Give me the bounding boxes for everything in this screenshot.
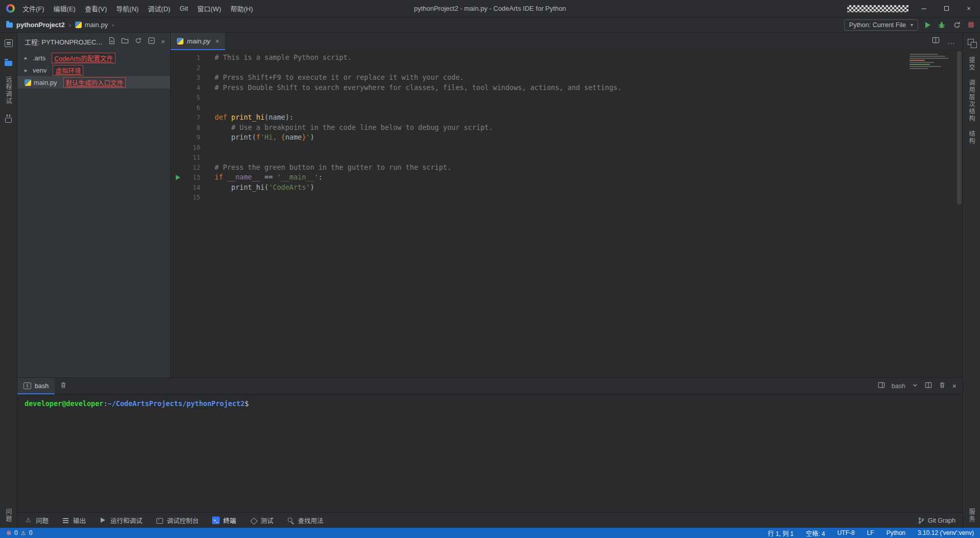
tool-remote-debug[interactable]: 远程调试 bbox=[4, 76, 13, 105]
layers-icon[interactable] bbox=[966, 37, 978, 49]
gutter[interactable]: 12 bbox=[171, 163, 211, 173]
tree-item-main-py[interactable]: main.py默认生成的入口文件 bbox=[17, 76, 170, 88]
menu-item[interactable]: 查看(V) bbox=[80, 2, 111, 15]
code-line: 6 bbox=[171, 103, 963, 113]
breadcrumb-file[interactable]: main.py bbox=[85, 21, 108, 29]
run-button[interactable] bbox=[925, 22, 930, 28]
project-tool-icon[interactable] bbox=[3, 37, 15, 49]
status-segment[interactable]: UTF-8 bbox=[837, 529, 855, 536]
gutter[interactable]: 6 bbox=[171, 103, 211, 113]
menu-item[interactable]: 帮助(H) bbox=[226, 2, 258, 15]
gutter[interactable]: 8 bbox=[171, 123, 211, 133]
gutter[interactable]: 4 bbox=[171, 83, 211, 93]
minimap-line bbox=[909, 60, 925, 61]
panel-tab-search[interactable]: 查找用法 bbox=[287, 515, 323, 525]
run-config-selector[interactable]: Python: Current File ▾ bbox=[844, 19, 918, 31]
code-lines: 1# This is a sample Python script.23# Pr… bbox=[171, 53, 963, 203]
panel-tab-test[interactable]: 测试 bbox=[249, 515, 273, 525]
chevron-right-icon[interactable]: ▸ bbox=[25, 67, 33, 74]
minimap[interactable] bbox=[909, 54, 949, 69]
terminal-profile-dropdown[interactable] bbox=[912, 382, 918, 390]
menu-item[interactable]: 窗口(W) bbox=[193, 2, 226, 15]
menu-item[interactable]: 编辑(E) bbox=[49, 2, 80, 15]
panel-tab-run[interactable]: 运行和调试 bbox=[99, 515, 143, 525]
editor-scrollbar-thumb[interactable] bbox=[957, 51, 962, 205]
gutter[interactable]: 9 bbox=[171, 132, 211, 143]
status-segment[interactable]: LF bbox=[867, 529, 874, 536]
new-file-button[interactable] bbox=[108, 37, 115, 46]
panel-tab-console[interactable]: 调试控制台 bbox=[156, 515, 199, 525]
status-segment[interactable]: 空格: 4 bbox=[806, 529, 825, 537]
chevron-right-icon[interactable]: ▸ bbox=[25, 55, 33, 61]
left-activity-bar: 远程调试 问题 bbox=[0, 33, 17, 528]
stop-button[interactable] bbox=[968, 22, 974, 28]
editor-scrollbar[interactable] bbox=[956, 50, 963, 377]
git-graph-button[interactable]: Git Graph bbox=[918, 517, 955, 524]
tab-close-icon[interactable]: × bbox=[216, 37, 220, 45]
gutter[interactable]: 7 bbox=[171, 113, 211, 123]
status-segment[interactable]: 3.10.12 ('venv':venv) bbox=[918, 529, 974, 536]
tool-call-hierarchy[interactable]: 调用层次结构 bbox=[967, 79, 976, 122]
panel-tab-warn[interactable]: ⚠问题 bbox=[25, 515, 49, 525]
code-editor[interactable]: 1# This is a sample Python script.23# Pr… bbox=[171, 50, 963, 377]
left-activity-top: 远程调试 bbox=[3, 37, 15, 124]
close-panel-button[interactable]: × bbox=[952, 382, 956, 390]
debug-button[interactable] bbox=[938, 21, 946, 29]
hide-panel-button[interactable]: × bbox=[161, 38, 165, 46]
gutter[interactable]: 10 bbox=[171, 143, 211, 153]
new-folder-button[interactable] bbox=[121, 37, 129, 46]
status-segment[interactable]: 行 1, 列 1 bbox=[768, 529, 794, 537]
gutter[interactable]: 1 bbox=[171, 53, 211, 63]
split-editor-button[interactable] bbox=[932, 36, 940, 46]
problems-summary[interactable]: ⊗ 0 ⚠ 0 bbox=[6, 529, 32, 536]
gutter[interactable]: 3 bbox=[171, 73, 211, 83]
status-segment[interactable]: Python bbox=[886, 529, 905, 536]
collapse-all-button[interactable] bbox=[148, 37, 155, 46]
gutter[interactable]: 13 bbox=[171, 172, 211, 183]
trash-icon bbox=[60, 382, 67, 389]
menu-item[interactable]: Git bbox=[175, 3, 193, 14]
gutter[interactable]: 15 bbox=[171, 192, 211, 203]
run-line-icon[interactable] bbox=[176, 175, 180, 180]
explorer-icon[interactable] bbox=[3, 57, 15, 68]
gutter[interactable]: 11 bbox=[171, 152, 211, 163]
code-text: # Press Shift+F9 to execute it or replac… bbox=[215, 73, 464, 83]
run-controls: Python: Current File ▾ bbox=[844, 19, 974, 31]
terminal-profile-label[interactable]: bash bbox=[892, 383, 905, 390]
tool-commit[interactable]: 提交 bbox=[967, 57, 976, 71]
terminal-tab-bash[interactable]: $ bash bbox=[17, 378, 55, 394]
terminal-output[interactable]: developer@developer:~/CodeArtsProjects/p… bbox=[17, 394, 963, 512]
refresh-button[interactable] bbox=[134, 37, 142, 46]
python-file-icon bbox=[25, 79, 31, 86]
tree-item-arts[interactable]: ▸.artsCodeArts的配置文件 bbox=[17, 52, 170, 64]
tool-services[interactable]: 服务 bbox=[967, 508, 976, 523]
gutter[interactable]: 2 bbox=[171, 63, 211, 73]
editor-more-actions-button[interactable]: … bbox=[947, 37, 955, 46]
breadcrumb-chevron-icon: › bbox=[112, 21, 114, 29]
tree-item-venv[interactable]: ▸venv虚拟环境 bbox=[17, 64, 170, 76]
editor-tab-main-py[interactable]: main.py × bbox=[171, 33, 226, 50]
tool-problems[interactable]: 问题 bbox=[4, 508, 13, 523]
close-button[interactable]: × bbox=[962, 3, 976, 15]
menu-item[interactable]: 文件(F) bbox=[18, 2, 49, 15]
kill-terminal-button[interactable] bbox=[60, 382, 67, 391]
menu-item[interactable]: 调试(D) bbox=[143, 2, 175, 15]
token: print_hi bbox=[231, 113, 265, 121]
plugin-icon[interactable] bbox=[3, 113, 15, 124]
panel-tab-label: 运行和调试 bbox=[110, 515, 143, 525]
gutter[interactable]: 14 bbox=[171, 183, 211, 193]
breadcrumb-project[interactable]: pythonProject2 bbox=[16, 21, 65, 29]
minimize-button[interactable]: ─ bbox=[917, 3, 931, 15]
token: # Press Shift+F9 to execute it or replac… bbox=[215, 73, 464, 81]
menu-item[interactable]: 导航(N) bbox=[111, 2, 143, 15]
breadcrumb-chevron-icon: › bbox=[69, 21, 71, 29]
panel-tab-terminal[interactable]: >_终端 bbox=[212, 515, 236, 525]
split-terminal-button[interactable] bbox=[925, 382, 932, 390]
gutter[interactable]: 5 bbox=[171, 93, 211, 103]
maximize-button[interactable] bbox=[939, 3, 953, 15]
tool-structure[interactable]: 结构 bbox=[967, 130, 976, 145]
collapse-all-icon bbox=[148, 37, 155, 44]
delete-terminal-button[interactable] bbox=[939, 382, 946, 390]
panel-tab-output[interactable]: 输出 bbox=[62, 515, 86, 525]
restart-button[interactable] bbox=[953, 21, 961, 29]
